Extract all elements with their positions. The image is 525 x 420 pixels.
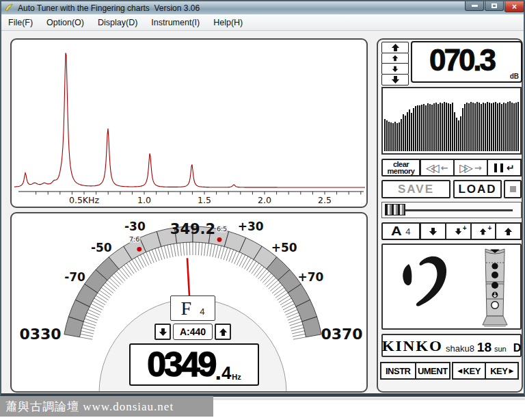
watermark-text: 蕭與古調論壇 www.donsiau.net bbox=[5, 399, 174, 415]
position-slider[interactable] bbox=[381, 202, 522, 218]
history-bar bbox=[421, 105, 422, 151]
history-bar bbox=[399, 122, 400, 151]
svg-text:0330: 0330 bbox=[19, 326, 61, 343]
menu-option[interactable]: Option(O) bbox=[40, 16, 91, 29]
key-prev-button[interactable]: ◀ KEY bbox=[452, 362, 486, 380]
instrument-brand: KINKO bbox=[382, 339, 443, 355]
minimize-icon bbox=[472, 5, 478, 7]
history-bar bbox=[423, 104, 425, 151]
clear-memory-button[interactable]: clear memory bbox=[381, 159, 420, 176]
down-arrow-icon bbox=[392, 66, 399, 73]
history-bar bbox=[515, 103, 517, 151]
instrument-next-button[interactable]: UMENT bbox=[415, 362, 451, 380]
history-bar bbox=[503, 103, 504, 151]
history-bar bbox=[468, 103, 470, 151]
note-octave: 4 bbox=[200, 306, 204, 317]
instrument-key: D bbox=[513, 342, 522, 354]
instrument-display: KINKO shaku8 18 sun D bbox=[381, 334, 522, 357]
key-next-label: KEY bbox=[490, 366, 507, 376]
forward-arrow-icon: → bbox=[474, 163, 482, 173]
history-bar bbox=[442, 103, 443, 151]
level-up-fast-button[interactable] bbox=[381, 42, 409, 53]
desktop-edge bbox=[213, 397, 525, 400]
menu-help[interactable]: Help(H) bbox=[206, 16, 250, 29]
svg-text:+30: +30 bbox=[238, 220, 264, 233]
level-down-fast-button[interactable] bbox=[381, 74, 409, 86]
history-bar bbox=[407, 112, 408, 151]
menu-instrument[interactable]: Instrument(I) bbox=[144, 16, 206, 29]
semitone-up-button[interactable]: + bbox=[470, 222, 497, 240]
slider-thumb[interactable] bbox=[385, 204, 405, 215]
frequency-decimal-point: . bbox=[215, 361, 221, 382]
rewind-button[interactable]: ◁◁ ← bbox=[420, 159, 455, 176]
history-bar bbox=[446, 103, 447, 151]
fingering-chart bbox=[383, 245, 520, 328]
history-bar bbox=[454, 112, 455, 151]
level-down-button[interactable] bbox=[381, 63, 409, 75]
history-bar bbox=[411, 113, 412, 151]
history-bar bbox=[450, 104, 451, 151]
history-bar bbox=[481, 104, 482, 151]
history-bar bbox=[392, 123, 394, 151]
history-bar bbox=[464, 104, 466, 151]
minimize-button[interactable] bbox=[465, 1, 484, 11]
history-bar bbox=[390, 122, 392, 151]
clear-memory-label-2: memory bbox=[388, 168, 415, 174]
load-button[interactable]: LOAD bbox=[453, 180, 502, 198]
maximize-icon bbox=[492, 3, 497, 8]
bold-up-arrow-icon bbox=[391, 43, 400, 52]
octave-down-button[interactable] bbox=[420, 222, 446, 240]
slider-track[interactable] bbox=[389, 209, 513, 211]
close-button[interactable]: × bbox=[504, 1, 524, 12]
down-arrow-icon bbox=[455, 228, 462, 235]
menu-display[interactable]: Display(D) bbox=[91, 16, 144, 29]
instrument-prev-button[interactable]: INSTR bbox=[380, 362, 416, 380]
octave-display-button[interactable]: A 4 bbox=[381, 222, 420, 240]
svg-text:-30: -30 bbox=[124, 220, 146, 233]
maximize-button[interactable] bbox=[485, 1, 504, 11]
reference-pitch-display: A:440 bbox=[173, 324, 213, 340]
svg-text:349.2: 349.2 bbox=[170, 221, 215, 237]
notation-glyph bbox=[403, 257, 446, 306]
history-bar bbox=[470, 102, 472, 151]
history-bar bbox=[485, 103, 486, 151]
svg-text:6:5: 6:5 bbox=[217, 225, 227, 233]
instrument-buttons: INSTR UMENT bbox=[381, 362, 450, 380]
history-bar bbox=[435, 103, 437, 151]
history-bar bbox=[425, 105, 427, 152]
reference-down-button[interactable] bbox=[154, 324, 171, 340]
history-bar bbox=[493, 103, 494, 151]
history-bar bbox=[491, 103, 492, 151]
pause-button[interactable]: ↵ bbox=[487, 159, 522, 176]
history-bar bbox=[474, 103, 476, 151]
plus-icon: + bbox=[463, 224, 467, 232]
return-arrow-icon: ↵ bbox=[507, 162, 515, 173]
close-icon: × bbox=[512, 3, 517, 11]
level-up-button[interactable] bbox=[381, 53, 409, 64]
history-bar bbox=[409, 109, 410, 151]
menu-file[interactable]: File(F) bbox=[1, 16, 40, 29]
octave-up-button[interactable] bbox=[495, 222, 522, 240]
svg-text:0370: 0370 bbox=[321, 326, 362, 343]
bold-down-arrow-icon bbox=[391, 75, 400, 84]
forward-icon: ▷▷ bbox=[459, 161, 470, 174]
save-button[interactable]: SAVE bbox=[381, 180, 450, 198]
stop-button[interactable] bbox=[504, 180, 522, 198]
pause-icon bbox=[500, 163, 503, 172]
history-bar bbox=[511, 103, 513, 151]
semitone-down-button[interactable]: + bbox=[445, 222, 472, 240]
forward-button[interactable]: ▷▷ → bbox=[453, 159, 488, 176]
history-bar bbox=[499, 103, 500, 151]
bold-down-arrow-icon bbox=[429, 227, 438, 236]
key-next-button[interactable]: KEY ▶ bbox=[485, 362, 519, 380]
note-letter: A bbox=[390, 224, 401, 239]
rewind-icon: ◁◁ bbox=[426, 161, 436, 174]
reference-up-button[interactable] bbox=[215, 324, 231, 340]
transport-controls: ◁◁ ← ▷▷ → ↵ bbox=[421, 159, 522, 176]
instrument-model: shaku8 bbox=[446, 343, 474, 354]
level-history-bars bbox=[384, 90, 519, 151]
plus-icon: + bbox=[487, 224, 492, 232]
history-bar bbox=[513, 103, 515, 151]
history-bar bbox=[419, 105, 420, 151]
history-bar bbox=[483, 103, 484, 151]
